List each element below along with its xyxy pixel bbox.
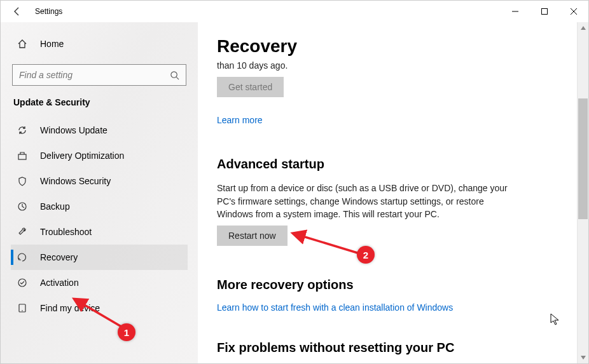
svg-line-3 xyxy=(176,77,179,79)
content-area: Recovery than 10 days ago. Get started L… xyxy=(198,22,577,363)
advanced-startup-text: Start up from a device or disc (such as … xyxy=(217,182,522,220)
sync-icon xyxy=(15,125,30,135)
search-icon xyxy=(170,71,179,80)
active-indicator xyxy=(11,250,13,265)
scroll-down-button[interactable] xyxy=(578,352,588,363)
vertical-scrollbar[interactable] xyxy=(577,22,588,363)
previous-section-text: than 10 days ago. xyxy=(217,59,522,72)
maximize-button[interactable] xyxy=(530,1,559,22)
sidebar-item-label: Activation xyxy=(40,278,79,288)
sidebar-item-label: Windows Security xyxy=(40,176,111,186)
home-icon xyxy=(15,39,30,49)
sidebar-item-label: Recovery xyxy=(40,252,78,262)
sidebar-item-windows-update[interactable]: Windows Update xyxy=(11,118,188,143)
sidebar-item-label: Backup xyxy=(40,201,70,212)
restart-now-button[interactable]: Restart now xyxy=(217,226,288,246)
sidebar-section-label: Update & Security xyxy=(13,97,188,107)
minimize-button[interactable] xyxy=(501,1,530,22)
delivery-icon xyxy=(15,151,30,161)
search-input-wrap[interactable] xyxy=(12,64,186,86)
page-title: Recovery xyxy=(217,36,558,57)
back-button[interactable] xyxy=(12,6,30,17)
sidebar-item-label: Delivery Optimization xyxy=(40,151,124,161)
advanced-startup-heading: Advanced startup xyxy=(217,157,558,172)
close-button[interactable] xyxy=(559,1,588,22)
svg-point-6 xyxy=(18,279,26,286)
sidebar: Home Update & Security Windows Update De… xyxy=(1,22,198,363)
sidebar-home[interactable]: Home xyxy=(11,31,188,57)
sidebar-item-label: Windows Update xyxy=(40,125,107,135)
sidebar-item-troubleshoot[interactable]: Troubleshoot xyxy=(11,219,188,245)
sidebar-item-backup[interactable]: Backup xyxy=(11,194,188,219)
learn-more-link[interactable]: Learn more xyxy=(217,115,263,125)
troubleshoot-icon xyxy=(15,227,30,237)
scroll-up-button[interactable] xyxy=(578,22,588,34)
sidebar-nav: Windows Update Delivery Optimization Win… xyxy=(11,118,188,321)
titlebar: Settings xyxy=(1,1,588,22)
fix-problems-heading: Fix problems without resetting your PC xyxy=(217,340,558,355)
recovery-icon xyxy=(15,252,30,262)
activation-icon xyxy=(15,278,30,288)
window-title: Settings xyxy=(30,7,62,16)
sidebar-home-label: Home xyxy=(40,39,64,49)
find-device-icon xyxy=(15,303,30,313)
sidebar-item-label: Troubleshoot xyxy=(40,227,92,237)
sidebar-item-delivery-optimization[interactable]: Delivery Optimization xyxy=(11,143,188,168)
sidebar-item-recovery[interactable]: Recovery xyxy=(11,245,188,270)
more-recovery-heading: More recovery options xyxy=(217,278,558,292)
search-input[interactable] xyxy=(19,70,170,80)
content-wrap: Recovery than 10 days ago. Get started L… xyxy=(198,22,588,363)
sidebar-item-windows-security[interactable]: Windows Security xyxy=(11,168,188,194)
sidebar-item-activation[interactable]: Activation xyxy=(11,270,188,295)
svg-point-8 xyxy=(22,310,23,311)
sidebar-item-label: Find my device xyxy=(40,303,100,313)
scroll-thumb[interactable] xyxy=(578,98,588,219)
shield-icon xyxy=(15,176,30,186)
svg-rect-1 xyxy=(542,9,548,15)
backup-icon xyxy=(15,201,30,212)
sidebar-item-find-my-device[interactable]: Find my device xyxy=(11,295,188,321)
svg-rect-4 xyxy=(18,154,26,159)
svg-point-2 xyxy=(171,71,177,77)
get-started-button[interactable]: Get started xyxy=(217,77,284,97)
window-controls xyxy=(501,1,588,22)
fresh-install-link[interactable]: Learn how to start fresh with a clean in… xyxy=(217,302,453,313)
